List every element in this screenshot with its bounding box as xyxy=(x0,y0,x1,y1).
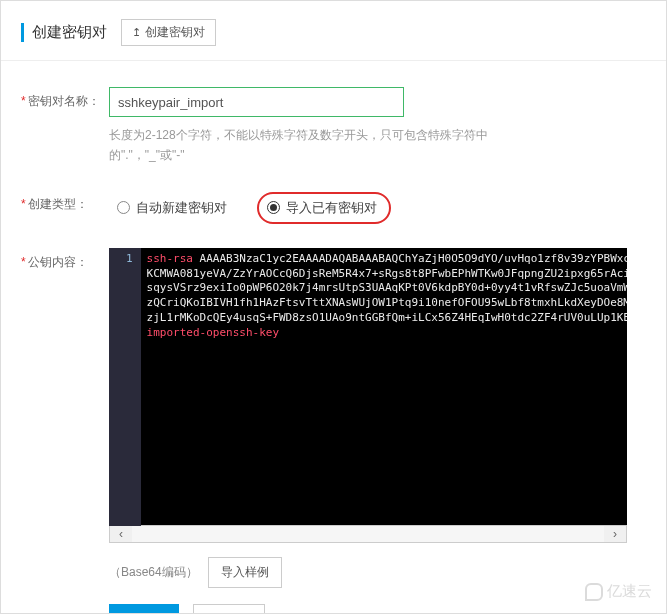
scroll-left-button[interactable]: ‹ xyxy=(110,526,132,542)
radio-icon xyxy=(267,201,280,214)
create-keypair-button[interactable]: ↥ 创建密钥对 xyxy=(121,19,216,46)
ok-button[interactable]: 确定 xyxy=(109,604,179,614)
encoding-hint: （Base64编码） xyxy=(109,564,198,581)
cancel-button[interactable]: 取消 xyxy=(193,604,265,614)
import-sample-button[interactable]: 导入样例 xyxy=(208,557,282,588)
watermark-text: 亿速云 xyxy=(607,582,652,601)
create-keypair-label: 创建密钥对 xyxy=(145,24,205,41)
radio-icon xyxy=(117,201,130,214)
label-pubkey: *公钥内容： xyxy=(21,248,109,271)
watermark: 亿速云 xyxy=(585,582,652,601)
radio-auto-create[interactable]: 自动新建密钥对 xyxy=(109,194,239,222)
radio-import-existing[interactable]: 导入已有密钥对 xyxy=(257,192,391,224)
page-header: 创建密钥对 ↥ 创建密钥对 xyxy=(1,1,666,61)
horizontal-scrollbar[interactable]: ‹ › xyxy=(109,525,627,543)
row-name: *密钥对名称： 长度为2-128个字符，不能以特殊字符及数字开头，只可包含特殊字… xyxy=(21,87,646,166)
label-name: *密钥对名称： xyxy=(21,87,109,110)
radio-auto-label: 自动新建密钥对 xyxy=(136,199,227,217)
line-gutter: 1 xyxy=(109,248,141,526)
scroll-right-button[interactable]: › xyxy=(604,526,626,542)
keypair-name-input[interactable] xyxy=(109,87,404,117)
logo-icon xyxy=(585,583,603,601)
radio-import-label: 导入已有密钥对 xyxy=(286,199,377,217)
row-type: *创建类型： 自动新建密钥对 导入已有密钥对 xyxy=(21,190,646,224)
name-hint: 长度为2-128个字符，不能以特殊字符及数字开头，只可包含特殊字符中的"."，"… xyxy=(109,125,499,166)
form: *密钥对名称： 长度为2-128个字符，不能以特殊字符及数字开头，只可包含特殊字… xyxy=(1,61,666,614)
page-title: 创建密钥对 xyxy=(21,23,107,42)
pubkey-editor[interactable]: 1 ssh-rsa AAAAB3NzaC1yc2EAAAADAQABAAABAQ… xyxy=(109,248,627,526)
row-pubkey: *公钥内容： 1 ssh-rsa AAAAB3NzaC1yc2EAAAADAQA… xyxy=(21,248,646,614)
label-type: *创建类型： xyxy=(21,190,109,213)
pubkey-content: ssh-rsa AAAAB3NzaC1yc2EAAAADAQABAAABAQCh… xyxy=(141,248,627,526)
upload-icon: ↥ xyxy=(132,26,141,39)
